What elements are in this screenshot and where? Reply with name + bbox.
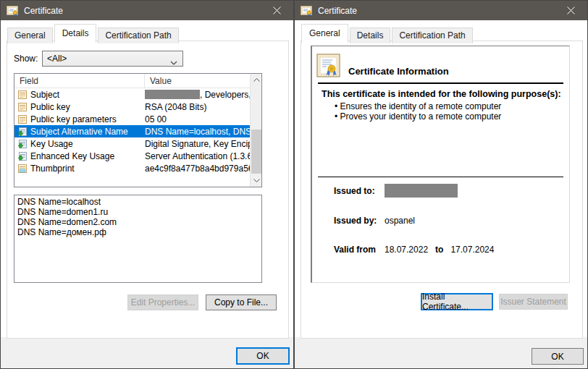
scrollbar-thumb[interactable] (251, 130, 261, 174)
issued-to-label: Issued to: (334, 186, 385, 196)
title-bar: Certificate (1, 1, 293, 20)
show-dropdown-value: <All> (47, 54, 67, 64)
field-value: RSA (2048 Bits) (145, 102, 206, 112)
edit-properties-button: Edit Properties... (127, 294, 198, 310)
list-scrollbar[interactable] (250, 74, 261, 187)
install-certificate-button[interactable]: Install Certificate... (421, 293, 493, 310)
issued-by-row: Issued by: ospanel (334, 216, 415, 226)
purpose-list: Ensures the identity of a remote compute… (335, 101, 501, 122)
ok-button[interactable]: OK (236, 347, 290, 365)
purpose-item: Ensures the identity of a remote compute… (335, 101, 501, 111)
tab-details[interactable]: Details (350, 27, 391, 43)
dns-name-line: DNS Name=domen1.ru (17, 207, 259, 217)
field-name: Enhanced Key Usage (30, 151, 114, 161)
field-name: Public key parameters (30, 114, 117, 124)
copy-to-file-button[interactable]: Copy to File... (206, 294, 277, 310)
purpose-heading: This certificate is intended for the fol… (322, 89, 561, 99)
redacted-issued-to-box (385, 184, 458, 198)
issued-to-row: Issued to: (334, 184, 458, 198)
issued-by-value: ospanel (385, 216, 415, 226)
field-row-public-key[interactable]: Public key RSA (2048 Bits) (14, 101, 251, 113)
issuer-statement-button: Issuer Statement (499, 294, 568, 310)
issued-by-label: Issued by: (334, 216, 385, 226)
certificate-info-panel: Certificate Information This certificate… (311, 46, 570, 283)
field-value: , Developers, O... (200, 90, 251, 100)
field-value: ae4c9f8a477b8a4bd979a565e... (145, 164, 251, 174)
purpose-item: Proves your identity to a remote compute… (335, 111, 501, 122)
certificate-app-icon (301, 5, 312, 17)
ok-button[interactable]: OK (532, 348, 584, 365)
column-header-field[interactable]: Field (14, 74, 145, 88)
tab-general[interactable]: General (7, 27, 53, 43)
window-title: Certificate (318, 6, 357, 16)
field-name: Subject Alternative Name (30, 127, 128, 137)
field-name: Key Usage (30, 139, 73, 149)
field-value: Server Authentication (1.3.6.... (145, 151, 251, 161)
dns-name-line: DNS Name=domen2.com (17, 217, 259, 227)
dns-name-line: DNS Name=localhost (17, 197, 259, 207)
certificate-field-icon (17, 102, 28, 112)
tab-certification-path[interactable]: Certification Path (392, 27, 472, 43)
tab-general[interactable]: General (301, 24, 348, 43)
tab-certification-path[interactable]: Certification Path (98, 27, 178, 43)
field-row-key-usage[interactable]: Key Usage Digital Signature, Key Enciphe… (14, 137, 251, 150)
divider (318, 177, 563, 177)
certificate-app-icon (7, 5, 18, 17)
certificate-icon (316, 54, 340, 77)
field-row-subject-alternative-name[interactable]: Subject Alternative Name DNS Name=localh… (14, 125, 251, 137)
field-name: Thumbprint (30, 164, 75, 174)
scroll-down-icon[interactable] (251, 174, 262, 187)
list-header: Field Value (14, 74, 261, 88)
title-bar: Certificate (295, 1, 587, 20)
certificate-field-icon (17, 90, 28, 100)
field-row-thumbprint[interactable]: Thumbprint ae4c9f8a477b8a4bd979a565e... (14, 162, 251, 174)
valid-to-date: 17.07.2024 (450, 245, 494, 255)
tab-details[interactable]: Details (54, 24, 97, 43)
window-title: Certificate (24, 6, 63, 16)
certificate-thumbprint-icon (17, 164, 28, 174)
certificate-dialog-general: Certificate General Details Certificatio… (294, 0, 588, 369)
field-name: Subject (30, 90, 59, 100)
column-header-value[interactable]: Value (145, 74, 251, 88)
validity-row: Valid from 18.07.2022 to 17.07.2024 (334, 245, 494, 255)
field-value-detail-box[interactable]: DNS Name=localhost DNS Name=domen1.ru DN… (14, 195, 262, 283)
certificate-information-heading: Certificate Information (348, 66, 449, 77)
tab-bar: General Details Certification Path (7, 25, 180, 43)
field-row-public-key-parameters[interactable]: Public key parameters 05 00 (14, 113, 251, 125)
field-name: Public key (30, 102, 70, 112)
field-value: 05 00 (145, 114, 167, 124)
certificate-extension-icon (17, 151, 28, 161)
close-icon[interactable] (261, 1, 293, 20)
certificate-extension-icon (17, 139, 28, 149)
field-row-subject[interactable]: Subject , Developers, O... (14, 88, 251, 101)
redacted-value-box (145, 90, 200, 99)
dns-name-line: DNS Name=домен.рф (17, 227, 259, 237)
certificate-field-icon (17, 114, 28, 124)
chevron-down-icon (170, 57, 177, 67)
valid-to-label: to (435, 245, 443, 255)
valid-from-label: Valid from (334, 245, 385, 255)
divider (318, 82, 563, 84)
certificate-fields-list: Field Value Subject , Developers, O... P… (14, 73, 262, 187)
field-row-enhanced-key-usage[interactable]: Enhanced Key Usage Server Authentication… (14, 150, 251, 162)
valid-from-date: 18.07.2022 (385, 245, 428, 255)
field-value: Digital Signature, Key Encipher... (145, 139, 251, 149)
tab-bar: General Details Certification Path (301, 25, 474, 43)
certificate-dialog-details: Certificate General Details Certificatio… (0, 0, 294, 369)
scroll-up-icon[interactable] (251, 74, 262, 86)
certificate-extension-icon (17, 127, 28, 137)
field-value: DNS Name=localhost, DNS Na... (145, 127, 251, 137)
show-label: Show: (14, 54, 38, 64)
close-icon[interactable] (555, 1, 587, 20)
show-field-dropdown[interactable]: <All> (42, 51, 183, 67)
